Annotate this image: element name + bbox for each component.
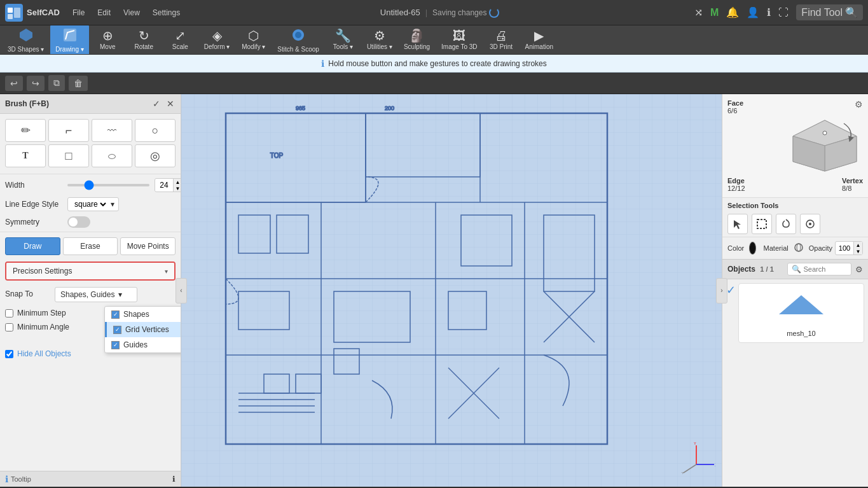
snap-checkbox-shapes: ✓ — [111, 310, 120, 319]
min-angle-checkbox[interactable] — [5, 323, 13, 331]
toolbar-utilities[interactable]: ⚙ Utilities ▾ — [362, 27, 397, 53]
redo-button[interactable]: ↪ — [27, 76, 45, 91]
tool-square[interactable]: □ — [48, 144, 89, 167]
top-right-icons: ⤨ M 🔔 👤 ℹ ⛶ Find Tool 🔍 — [694, 4, 863, 20]
tool-text[interactable]: T — [5, 144, 46, 167]
sel-tool-1[interactable] — [727, 214, 748, 234]
toolbar-3d-shapes[interactable]: 3D Shapes ▾ — [3, 25, 49, 55]
tooltip-text: Tooltip — [11, 475, 31, 483]
material-icon[interactable] — [794, 242, 804, 254]
view-menu[interactable]: View — [118, 6, 145, 20]
toolbar-tools[interactable]: 🔧 Tools ▾ — [326, 27, 361, 53]
canvas-svg: TOP — [181, 94, 722, 487]
edge-vertex-info: Edge 12/12 Vertex 8/8 — [727, 177, 863, 192]
right-panel: Face 6/6 ⚙ — [722, 94, 868, 487]
saving-spinner — [489, 8, 499, 18]
width-slider[interactable] — [67, 184, 149, 186]
edge-info: Edge 12/12 — [727, 177, 745, 192]
symmetry-toggle[interactable] — [67, 216, 90, 228]
min-angle-label: Minimum Angle — [17, 323, 69, 331]
tool-circle-outline[interactable]: ○ — [135, 119, 176, 142]
toolbar-utilities-label: Utilities ▾ — [367, 43, 392, 50]
opacity-up-btn[interactable]: ▲ — [853, 242, 862, 248]
toolbar-deform[interactable]: ◈ Deform ▾ — [199, 27, 235, 53]
color-label: Color — [727, 244, 744, 252]
search-icon: 🔍 — [792, 265, 801, 274]
left-panel-collapse-btn[interactable]: ‹ — [176, 278, 187, 303]
sel-tool-3[interactable] — [776, 214, 796, 234]
toolbar-animation[interactable]: ▶ Animation — [520, 27, 558, 53]
draw-btn[interactable]: Draw — [5, 237, 60, 255]
line-edge-style-dropdown[interactable]: square round butt ▾ — [67, 197, 119, 211]
edge-label: Edge — [727, 177, 745, 185]
move-points-btn[interactable]: Move Points — [120, 237, 176, 255]
toolbar-sculpting[interactable]: 🗿 Sculpting — [399, 27, 435, 53]
notification-icon[interactable]: 🔔 — [726, 6, 739, 18]
width-stepper: ▲ ▼ — [173, 179, 181, 192]
snap-to-dropdown-btn[interactable]: Shapes, Guides ▾ — [55, 287, 137, 302]
hide-all-label[interactable]: Hide All Objects — [17, 349, 71, 358]
toolbar-stitch-scoop[interactable]: Stitch & Scoop — [272, 25, 324, 55]
fullscreen-icon[interactable]: ⛶ — [778, 7, 789, 18]
share-icon[interactable]: ⤨ — [694, 6, 703, 18]
info-icon[interactable]: ℹ — [767, 6, 771, 18]
find-tool-box[interactable]: Find Tool 🔍 — [796, 4, 863, 20]
panel-close-btn[interactable]: ✕ — [165, 97, 176, 110]
width-up-btn[interactable]: ▲ — [173, 179, 181, 185]
objects-gear-icon[interactable]: ⚙ — [855, 265, 863, 274]
toolbar-3d-print[interactable]: 🖨 3D Print — [484, 27, 519, 53]
file-menu[interactable]: File — [67, 6, 90, 20]
width-value-box: ▲ ▼ — [155, 178, 181, 192]
sculpting-icon: 🗿 — [409, 29, 425, 42]
delete-button[interactable]: 🗑 — [69, 76, 88, 91]
tool-pencil[interactable]: ✏ — [5, 119, 46, 142]
color-swatch[interactable] — [749, 242, 755, 254]
tool-wave[interactable]: 〰 — [92, 119, 132, 142]
toolbar-modify[interactable]: ⬡ Modify ▾ — [236, 27, 271, 53]
top-menu-bar: SelfCAD File Edit View Settings Untitled… — [0, 0, 868, 25]
snap-option-guides-label: Guides — [123, 340, 148, 349]
hide-all-checkbox[interactable] — [5, 350, 13, 358]
undo-button[interactable]: ↩ — [5, 76, 23, 91]
object-item-mesh10[interactable]: mesh_10 — [738, 283, 864, 343]
edit-menu[interactable]: Edit — [92, 6, 116, 20]
toolbar-image-to-3d[interactable]: 🖼 Image To 3D — [436, 27, 483, 53]
user-icon[interactable]: 👤 — [747, 6, 759, 18]
tool-ellipse[interactable]: ⬭ — [92, 144, 132, 167]
width-down-btn[interactable]: ▼ — [173, 185, 181, 192]
opacity-value-box: ▲ ▼ — [835, 241, 863, 255]
app-logo-icon — [5, 4, 23, 22]
objects-search-input[interactable] — [804, 265, 842, 273]
snap-option-grid-vertices[interactable]: ✓ Grid Vertices — [105, 322, 181, 337]
opacity-input[interactable] — [836, 243, 853, 253]
line-edge-style-select[interactable]: square round butt — [72, 199, 108, 209]
width-input[interactable] — [155, 179, 173, 191]
settings-menu[interactable]: Settings — [148, 6, 185, 20]
tool-rect-line[interactable]: ⌐ — [48, 119, 89, 142]
brand-icon-m: M — [710, 7, 719, 18]
toolbar-3d-shapes-label: 3D Shapes ▾ — [8, 46, 44, 53]
panel-check-btn[interactable]: ✓ — [151, 97, 162, 110]
erase-btn[interactable]: Erase — [63, 237, 118, 255]
canvas-area[interactable]: TOP — [181, 94, 722, 487]
toolbar-move[interactable]: ⊕ Move — [90, 27, 125, 53]
toolbar-drawing[interactable]: Drawing ▾ — [50, 25, 88, 55]
toolbar-rotate[interactable]: ↻ Rotate — [127, 27, 162, 53]
face-value: 6/6 — [727, 107, 855, 115]
copy-button[interactable]: ⧉ — [48, 75, 65, 91]
snap-option-shapes[interactable]: ✓ Shapes — [105, 307, 181, 322]
min-step-checkbox[interactable] — [5, 309, 13, 317]
sel-tool-4[interactable] — [800, 214, 820, 234]
sel-tool-2[interactable] — [752, 214, 772, 234]
tool-target[interactable]: ◎ — [135, 144, 176, 167]
toolbar-scale[interactable]: ⤢ Scale — [163, 27, 198, 53]
svg-text:X: X — [715, 462, 715, 468]
face-label: Face — [727, 99, 855, 107]
opacity-down-btn[interactable]: ▼ — [853, 248, 862, 254]
snap-option-guides[interactable]: ✓ Guides — [105, 337, 181, 352]
view-settings-gear-icon[interactable]: ⚙ — [855, 99, 863, 109]
right-panel-collapse-btn[interactable]: › — [716, 278, 727, 303]
precision-settings-header[interactable]: Precison Settings ▾ — [6, 263, 174, 279]
width-row: Width ▲ ▼ — [0, 176, 181, 195]
main-layout: Brush (F+B) ✓ ✕ ✏ ⌐ 〰 ○ T □ ⬭ ◎ Width ▲ … — [0, 94, 868, 487]
